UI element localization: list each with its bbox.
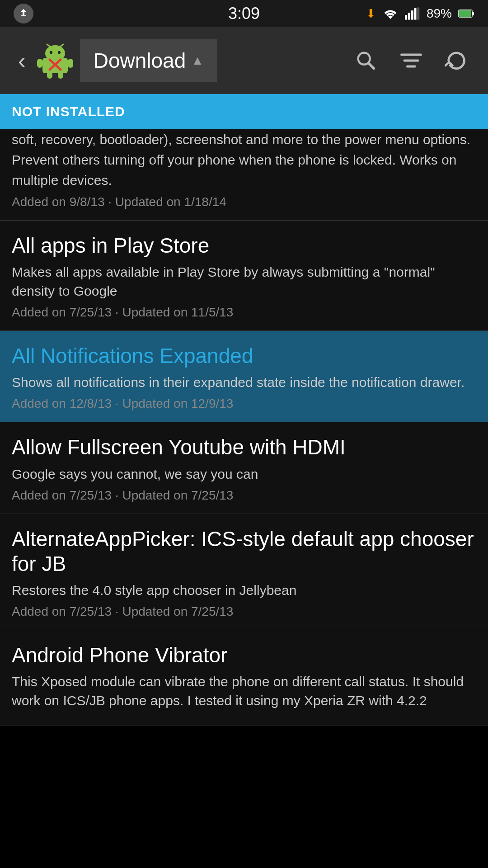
- item-meta: Added on 7/25/13 · Updated on 7/25/13: [12, 488, 476, 503]
- list-item[interactable]: All Notifications Expanded Shows all not…: [0, 331, 488, 422]
- svg-point-9: [45, 45, 65, 61]
- status-bar: 3:09 ⬇ 89%: [0, 0, 488, 27]
- item-description: Google says you cannot, we say you can: [12, 465, 476, 484]
- title-area[interactable]: Download ▲: [80, 39, 217, 82]
- item-description: Makes all apps available in Play Store b…: [12, 263, 476, 301]
- partial-list-item[interactable]: soft, recovery, bootloader), screenshot …: [0, 129, 488, 221]
- item-title: AlternateAppPicker: ICS-style default ap…: [12, 527, 476, 576]
- search-icon: [354, 49, 378, 72]
- search-button[interactable]: [343, 49, 389, 72]
- svg-rect-14: [37, 59, 42, 68]
- battery-percentage: 89%: [427, 6, 452, 21]
- refresh-icon: [445, 49, 468, 72]
- download-status-icon: ⬇: [366, 7, 376, 21]
- page-title: Download: [94, 48, 186, 73]
- item-description: Shows all notifications in their expande…: [12, 373, 476, 392]
- android-robot-icon: [37, 42, 73, 79]
- partial-item-description: soft, recovery, bootloader), screenshot …: [12, 129, 476, 190]
- svg-point-11: [58, 51, 61, 54]
- svg-rect-1: [408, 13, 410, 19]
- partial-item-meta: Added on 9/8/13 · Updated on 1/18/14: [12, 195, 476, 209]
- filter-button[interactable]: [389, 51, 434, 71]
- back-button[interactable]: ‹: [9, 47, 35, 74]
- svg-line-21: [368, 63, 374, 68]
- svg-rect-6: [472, 12, 474, 15]
- item-title: All apps in Play Store: [12, 233, 476, 258]
- list-item[interactable]: Allow Fullscreen Youtube with HDMI Googl…: [0, 422, 488, 514]
- svg-line-12: [47, 44, 51, 47]
- dropdown-arrow-icon: ▲: [191, 53, 204, 68]
- item-title: All Notifications Expanded: [12, 344, 476, 368]
- svg-rect-7: [459, 10, 471, 17]
- status-right: ⬇ 89%: [366, 6, 474, 21]
- svg-rect-2: [411, 10, 413, 19]
- list-item[interactable]: All apps in Play Store Makes all apps av…: [0, 221, 488, 331]
- upload-icon: [14, 4, 33, 24]
- filter-tab[interactable]: NOT INSTALLED: [0, 94, 488, 129]
- svg-rect-16: [47, 71, 52, 79]
- list-item[interactable]: AlternateAppPicker: ICS-style default ap…: [0, 514, 488, 630]
- battery-icon: [458, 9, 474, 19]
- svg-point-10: [50, 51, 52, 54]
- item-description: Restores the 4.0 style app chooser in Je…: [12, 581, 476, 600]
- app-logo: [35, 40, 75, 81]
- item-description: This Xposed module can vibrate the phone…: [12, 672, 476, 710]
- svg-rect-0: [405, 15, 407, 19]
- filter-icon: [399, 51, 423, 71]
- svg-rect-3: [414, 8, 416, 19]
- refresh-button[interactable]: [434, 49, 479, 72]
- item-title: Allow Fullscreen Youtube with HDMI: [12, 435, 476, 460]
- items-list: All apps in Play Store Makes all apps av…: [0, 221, 488, 726]
- wifi-icon: [382, 7, 399, 20]
- item-title: Android Phone Vibrator: [12, 643, 476, 668]
- signal-icon: [405, 7, 420, 20]
- status-left: [14, 4, 33, 24]
- svg-rect-4: [417, 7, 419, 19]
- svg-line-13: [60, 44, 63, 47]
- filter-tab-label: NOT INSTALLED: [12, 104, 125, 119]
- list-item[interactable]: Android Phone Vibrator This Xposed modul…: [0, 630, 488, 726]
- svg-rect-15: [68, 59, 73, 68]
- item-meta: Added on 7/25/13 · Updated on 11/5/13: [12, 305, 476, 320]
- status-time: 3:09: [228, 4, 260, 23]
- svg-rect-17: [58, 71, 63, 79]
- item-meta: Added on 12/8/13 · Updated on 12/9/13: [12, 396, 476, 411]
- app-bar: ‹ Download ▲: [0, 27, 488, 94]
- item-meta: Added on 7/25/13 · Updated on 7/25/13: [12, 604, 476, 619]
